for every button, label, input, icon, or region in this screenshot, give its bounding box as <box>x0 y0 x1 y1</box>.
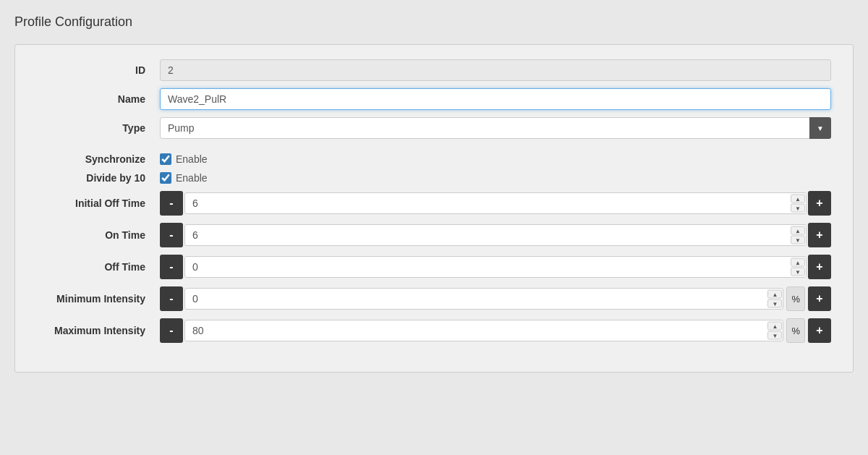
page-title: Profile Configuration <box>14 14 854 30</box>
initial-off-time-control: - ▲ ▼ + <box>160 191 831 216</box>
form-container: ID Name Type Pump Light Fan <box>14 44 854 373</box>
synchronize-label: Synchronize <box>37 153 160 165</box>
type-select-wrapper: Pump Light Fan <box>160 117 831 139</box>
name-field-wrapper <box>160 88 831 110</box>
initial-off-time-minus-button[interactable]: - <box>160 191 183 216</box>
off-time-field[interactable] <box>184 256 807 278</box>
maximum-intensity-row: Maximum Intensity - ▲ ▼ % + <box>37 318 831 343</box>
minimum-intensity-label: Minimum Intensity <box>37 293 160 305</box>
minimum-intensity-spin-arrows: ▲ ▼ <box>767 290 782 308</box>
minimum-intensity-spin-up[interactable]: ▲ <box>767 290 782 299</box>
maximum-intensity-input-row: - ▲ ▼ % + <box>160 318 831 343</box>
synchronize-row: Synchronize Enable <box>37 153 831 165</box>
maximum-intensity-control: - ▲ ▼ % + <box>160 318 831 343</box>
off-time-plus-button[interactable]: + <box>808 255 831 279</box>
id-label: ID <box>37 64 160 76</box>
id-field-wrapper <box>160 59 831 81</box>
initial-off-time-plus-button[interactable]: + <box>808 191 831 216</box>
initial-off-time-spin-arrows: ▲ ▼ <box>791 195 805 213</box>
minimum-intensity-spin-down[interactable]: ▼ <box>767 299 782 308</box>
on-time-spin-down[interactable]: ▼ <box>791 236 805 244</box>
off-time-field-wrapper: ▲ ▼ <box>184 256 807 278</box>
synchronize-checkbox-row: Enable <box>160 153 831 165</box>
maximum-intensity-field-wrapper: ▲ ▼ <box>184 320 783 341</box>
on-time-label: On Time <box>37 229 160 241</box>
off-time-spin-down[interactable]: ▼ <box>791 268 805 276</box>
minimum-intensity-minus-button[interactable]: - <box>160 286 183 311</box>
minimum-intensity-unit: % <box>786 286 805 311</box>
off-time-row: Off Time - ▲ ▼ + <box>37 255 831 279</box>
divide-by-10-label: Divide by 10 <box>37 172 160 184</box>
initial-off-time-spin-down[interactable]: ▼ <box>791 204 805 213</box>
name-field[interactable] <box>160 88 831 110</box>
name-row: Name <box>37 88 831 110</box>
minimum-intensity-field-wrapper: ▲ ▼ <box>184 288 783 310</box>
off-time-spin-up[interactable]: ▲ <box>791 258 805 267</box>
minimum-intensity-field[interactable] <box>184 288 783 310</box>
maximum-intensity-field[interactable] <box>184 320 783 341</box>
divide-by-10-checkbox[interactable] <box>160 172 171 184</box>
initial-off-time-spin-up[interactable]: ▲ <box>791 195 805 203</box>
on-time-control: - ▲ ▼ + <box>160 223 831 247</box>
initial-off-time-row: Initial Off Time - ▲ ▼ + <box>37 191 831 216</box>
off-time-control: - ▲ ▼ + <box>160 255 831 279</box>
initial-off-time-field[interactable] <box>184 192 807 214</box>
off-time-label: Off Time <box>37 261 160 273</box>
off-time-minus-button[interactable]: - <box>160 255 183 279</box>
synchronize-control: Enable <box>160 153 831 165</box>
maximum-intensity-unit: % <box>786 318 805 343</box>
type-select[interactable]: Pump Light Fan <box>160 117 831 139</box>
synchronize-checkbox-label: Enable <box>176 153 208 165</box>
on-time-spin-up[interactable]: ▲ <box>791 226 805 235</box>
maximum-intensity-spin-down[interactable]: ▼ <box>767 331 782 340</box>
divide-by-10-checkbox-label: Enable <box>176 172 208 184</box>
maximum-intensity-label: Maximum Intensity <box>37 325 160 336</box>
on-time-spin-arrows: ▲ ▼ <box>791 226 805 244</box>
on-time-field-wrapper: ▲ ▼ <box>184 224 807 246</box>
minimum-intensity-input-row: - ▲ ▼ % + <box>160 286 831 311</box>
off-time-input-row: - ▲ ▼ + <box>160 255 831 279</box>
minimum-intensity-control: - ▲ ▼ % + <box>160 286 831 311</box>
type-label: Type <box>37 122 160 134</box>
on-time-minus-button[interactable]: - <box>160 223 183 247</box>
maximum-intensity-spin-up[interactable]: ▲ <box>767 322 782 331</box>
type-field-wrapper: Pump Light Fan <box>160 117 831 139</box>
divide-by-10-row: Divide by 10 Enable <box>37 172 831 184</box>
divide-by-10-checkbox-row: Enable <box>160 172 831 184</box>
initial-off-time-input-row: - ▲ ▼ + <box>160 191 831 216</box>
page-container: Profile Configuration ID Name Type Pump <box>0 0 868 455</box>
maximum-intensity-spin-arrows: ▲ ▼ <box>767 322 782 340</box>
on-time-input-row: - ▲ ▼ + <box>160 223 831 247</box>
on-time-row: On Time - ▲ ▼ + <box>37 223 831 247</box>
synchronize-checkbox[interactable] <box>160 153 171 165</box>
id-row: ID <box>37 59 831 81</box>
initial-off-time-label: Initial Off Time <box>37 197 160 209</box>
off-time-spin-arrows: ▲ ▼ <box>791 258 805 276</box>
on-time-field[interactable] <box>184 224 807 246</box>
id-field[interactable] <box>160 59 831 81</box>
type-row: Type Pump Light Fan <box>37 117 831 139</box>
maximum-intensity-plus-button[interactable]: + <box>808 318 831 343</box>
name-label: Name <box>37 93 160 105</box>
minimum-intensity-row: Minimum Intensity - ▲ ▼ % + <box>37 286 831 311</box>
divide-by-10-control: Enable <box>160 172 831 184</box>
initial-off-time-field-wrapper: ▲ ▼ <box>184 192 807 214</box>
minimum-intensity-plus-button[interactable]: + <box>808 286 831 311</box>
on-time-plus-button[interactable]: + <box>808 223 831 247</box>
maximum-intensity-minus-button[interactable]: - <box>160 318 183 343</box>
